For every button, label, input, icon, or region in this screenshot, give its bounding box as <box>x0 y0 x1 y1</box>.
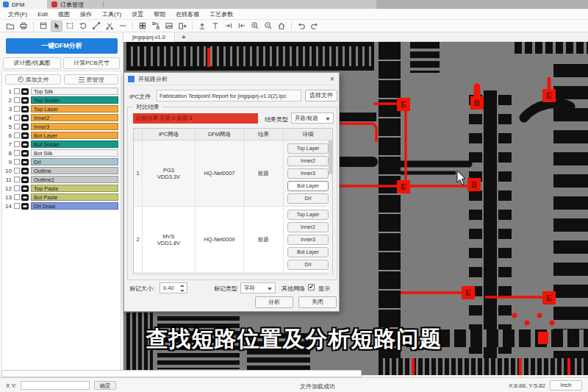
export-icon[interactable] <box>176 21 188 32</box>
one-click-dfm-button[interactable]: 一键DFM分析 <box>6 38 118 54</box>
route-icon[interactable] <box>90 21 102 32</box>
layer-label[interactable]: Bot Silk <box>31 149 118 157</box>
layer-row[interactable]: 10Outline <box>3 166 120 175</box>
pan-right-icon[interactable] <box>223 21 234 32</box>
eye-icon[interactable] <box>21 150 29 157</box>
zoom-in-icon[interactable] <box>249 21 261 32</box>
mark-size-spinner[interactable]: 0.40 <box>159 282 187 293</box>
layer-jump-button[interactable]: Drl <box>287 193 329 204</box>
layer-jump-button-active[interactable]: Bot Layer <box>287 181 329 191</box>
layer-checkbox[interactable] <box>14 141 20 147</box>
menu-item-view[interactable]: 视图 <box>53 10 75 18</box>
rotate-icon[interactable] <box>77 21 89 32</box>
layer-label[interactable]: Outline2 <box>31 176 118 183</box>
layer-checkbox[interactable] <box>14 124 20 129</box>
table-scrollbar[interactable] <box>329 140 332 274</box>
layer-checkbox[interactable] <box>14 106 20 112</box>
net-icon[interactable] <box>150 21 162 32</box>
menu-item-file[interactable]: 文件(F) <box>3 10 32 18</box>
layer-jump-button[interactable]: Inner3 <box>287 235 329 245</box>
import-up-icon[interactable] <box>196 21 208 32</box>
layer-label[interactable]: Bot Layer <box>31 132 118 139</box>
layer-checkbox[interactable] <box>14 177 20 182</box>
table-row[interactable]: 1 PG3VDD3.3V HQ-Net0007 短路 Top Layer Inn… <box>134 140 332 207</box>
layer-jump-button[interactable]: Inner3 <box>287 168 329 179</box>
layer-checkbox[interactable] <box>14 150 20 156</box>
layer-jump-button[interactable]: Inner2 <box>287 156 329 166</box>
xy-input[interactable] <box>21 381 90 390</box>
confirm-button[interactable]: 确定 <box>94 381 116 390</box>
layer-jump-button[interactable]: Inner2 <box>287 222 329 232</box>
pan-left-icon[interactable] <box>236 21 248 32</box>
layer-row[interactable]: 14Drl Draw <box>3 202 120 210</box>
layer-row[interactable]: 12Top Paste <box>3 184 120 193</box>
ipc-file-input[interactable]: Fabrication Testpoint Report for jingqup… <box>157 90 301 101</box>
layer-label[interactable]: Inner3 <box>31 123 118 130</box>
layer-label[interactable]: Top Layer <box>31 105 118 113</box>
layer-row[interactable]: 6Bot Layer <box>3 131 120 140</box>
menu-item-tools[interactable]: 工具(T) <box>97 10 126 18</box>
layer-checkbox[interactable] <box>14 185 20 191</box>
redo-icon[interactable] <box>309 21 320 32</box>
layer-checkbox[interactable] <box>14 203 20 209</box>
layer-checkbox[interactable] <box>14 168 20 174</box>
menu-item-edit[interactable]: Edit <box>32 11 53 18</box>
document-tab[interactable]: jingquprj-v1.0 <box>123 32 175 42</box>
table-row[interactable]: 2 MVSVDD1.8V HQ-Net0009 短路 Top Layer Inn… <box>134 207 332 273</box>
app-tab-order[interactable]: 订单管理 <box>49 0 100 9</box>
new-tab-button[interactable]: + <box>175 33 193 41</box>
mark-type-select[interactable]: 字符 <box>240 282 276 293</box>
spinner-arrows-icon[interactable] <box>180 285 184 292</box>
calc-pcb-size-button[interactable]: 计算PCB尺寸 <box>63 57 120 69</box>
layer-label[interactable]: Top Solder <box>31 96 118 104</box>
layer-label[interactable]: Top Silk <box>31 88 118 95</box>
layer-label[interactable]: Top Paste <box>31 185 118 192</box>
layer-manage-tab[interactable]: 层管理 <box>64 74 118 85</box>
layer-jump-button[interactable]: Top Layer <box>287 210 329 220</box>
result-type-select[interactable]: 开路/短路 <box>291 113 334 124</box>
zoom-out-icon[interactable] <box>262 21 274 32</box>
layer-label[interactable]: Drl Draw <box>31 202 118 210</box>
undo-icon[interactable] <box>295 21 307 32</box>
line-icon[interactable] <box>117 21 129 32</box>
layer-checkbox[interactable] <box>14 194 20 200</box>
add-file-tab[interactable]: + 添加文件 <box>5 74 61 85</box>
eye-icon[interactable] <box>21 115 29 121</box>
layer-label[interactable]: Outline <box>31 167 118 174</box>
eye-icon[interactable] <box>21 185 29 192</box>
unit-button[interactable]: Inch <box>550 380 582 391</box>
eye-icon[interactable] <box>21 97 29 104</box>
eye-icon[interactable] <box>21 124 29 130</box>
home-icon[interactable] <box>276 21 287 32</box>
layer-checkbox[interactable] <box>14 159 20 165</box>
eye-icon[interactable] <box>21 88 29 95</box>
marquee-select-icon[interactable] <box>64 21 76 32</box>
layer-checkbox[interactable] <box>14 132 20 138</box>
menu-item-operate[interactable]: 操作 <box>75 10 97 18</box>
analyze-button[interactable]: 分析 <box>255 296 293 308</box>
layer-row[interactable]: 9Drl <box>3 157 120 166</box>
eye-icon[interactable] <box>21 159 29 165</box>
layer-row[interactable]: 2Top Solder <box>3 96 120 104</box>
layer-jump-button[interactable]: Bot Layer <box>287 247 329 257</box>
layer-label[interactable]: Inner2 <box>31 114 118 121</box>
layer-jump-button[interactable]: Top Layer <box>287 143 329 154</box>
scrollbar-thumb[interactable] <box>329 140 332 174</box>
layer-checkbox[interactable] <box>14 115 20 121</box>
choose-file-button[interactable]: 选择文件 <box>305 90 337 101</box>
layer-row[interactable]: 4Inner2 <box>3 113 120 122</box>
layer-checkbox[interactable] <box>14 88 20 94</box>
layer-row[interactable]: 1Top Silk <box>3 87 120 96</box>
design-sim-button[interactable]: 设计图/仿真图 <box>3 57 61 69</box>
menu-item-settings[interactable]: 设置 <box>126 10 148 18</box>
new-window-icon[interactable] <box>37 21 49 32</box>
app-tab-dfm[interactable]: DFM <box>0 0 47 9</box>
layer-label[interactable]: Bot Solder <box>31 140 118 148</box>
eye-icon[interactable] <box>21 168 29 174</box>
layer-row[interactable]: 8Bot Silk <box>3 149 120 157</box>
dialog-close-icon[interactable]: × <box>326 75 339 83</box>
menu-item-help[interactable]: 帮助 <box>148 10 171 18</box>
eye-icon[interactable] <box>21 132 29 139</box>
print-icon[interactable] <box>18 21 29 32</box>
layer-row[interactable]: 5Inner3 <box>3 122 120 131</box>
